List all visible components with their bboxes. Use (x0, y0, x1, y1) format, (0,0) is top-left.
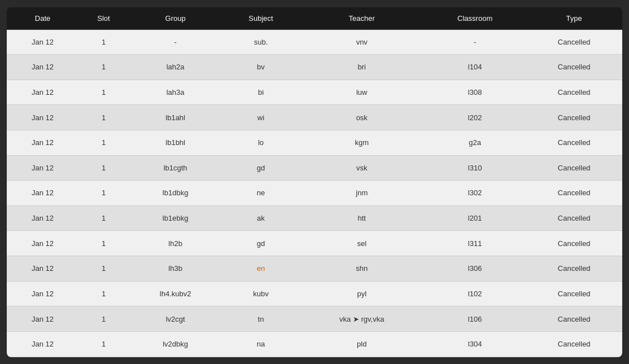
cell-classroom: l310 (424, 155, 526, 181)
cell-subject: ne (222, 181, 299, 206)
cell-teacher: sel (300, 231, 424, 256)
table-row: Jan 121lb1bhllokgmg2aCancelled (7, 130, 622, 155)
cell-group: lb1bhl (129, 130, 222, 155)
cell-type: Cancelled (526, 256, 622, 281)
cell-subject: gd (222, 231, 299, 256)
table-row: Jan 121lv2cgttnvka ➤ rgv,vkal106Cancelle… (7, 306, 622, 332)
cell-subject: lo (222, 130, 299, 155)
cell-slot: 1 (78, 331, 129, 357)
header-date: Date (7, 7, 78, 30)
cell-date: Jan 12 (7, 130, 78, 155)
cell-type: Cancelled (526, 130, 622, 155)
cell-type: Cancelled (526, 231, 622, 256)
cell-type: Cancelled (526, 155, 622, 181)
table-row: Jan 121lah2abvbril104Cancelled (7, 55, 622, 80)
cell-group: lv2dbkg (129, 331, 222, 357)
cell-group: lb1cgth (129, 155, 222, 181)
cell-type: Cancelled (526, 55, 622, 80)
cell-slot: 1 (78, 105, 129, 130)
cell-teacher: bri (300, 55, 424, 80)
cell-type: Cancelled (526, 105, 622, 130)
cell-classroom: - (424, 29, 526, 55)
cell-classroom: l106 (424, 306, 526, 332)
cell-subject: gd (222, 155, 299, 181)
cell-group: lah3a (129, 80, 222, 105)
cell-subject: kubv (222, 281, 299, 306)
cell-type: Cancelled (526, 306, 622, 332)
cell-subject: bi (222, 80, 299, 105)
header-slot: Slot (78, 7, 129, 30)
table-row: Jan 121lh2bgdsell311Cancelled (7, 231, 622, 256)
cell-slot: 1 (78, 181, 129, 206)
table-row: Jan 121lb1ebkgakhttl201Cancelled (7, 205, 622, 231)
cell-slot: 1 (78, 231, 129, 256)
table-row: Jan 121lh4.kubv2kubvpyll102Cancelled (7, 281, 622, 306)
cell-date: Jan 12 (7, 281, 78, 306)
cell-classroom: l306 (424, 256, 526, 281)
cell-type: Cancelled (526, 80, 622, 105)
cell-subject: ak (222, 205, 299, 231)
cell-slot: 1 (78, 281, 129, 306)
header-type: Type (526, 7, 622, 30)
cell-teacher: jnm (300, 181, 424, 206)
cell-classroom: l202 (424, 105, 526, 130)
cell-subject: en (222, 256, 299, 281)
cell-group: lb1ahl (129, 105, 222, 130)
cell-slot: 1 (78, 155, 129, 181)
cell-classroom: l201 (424, 205, 526, 231)
cell-date: Jan 12 (7, 306, 78, 332)
cell-subject: tn (222, 306, 299, 332)
table-header-row: Date Slot Group Subject Teacher Classroo… (7, 7, 622, 30)
header-group: Group (129, 7, 222, 30)
cell-group: - (129, 29, 222, 55)
cell-teacher: luw (300, 80, 424, 105)
cell-classroom: l102 (424, 281, 526, 306)
cell-type: Cancelled (526, 331, 622, 357)
cell-classroom: l302 (424, 181, 526, 206)
cell-date: Jan 12 (7, 80, 78, 105)
table-row: Jan 121lb1ahlwioskl202Cancelled (7, 105, 622, 130)
cell-classroom: l104 (424, 55, 526, 80)
cell-slot: 1 (78, 306, 129, 332)
cell-date: Jan 12 (7, 205, 78, 231)
cell-teacher: kgm (300, 130, 424, 155)
cell-teacher: pyl (300, 281, 424, 306)
table-row: Jan 121-sub.vnv-Cancelled (7, 29, 622, 55)
cell-date: Jan 12 (7, 231, 78, 256)
cell-date: Jan 12 (7, 155, 78, 181)
header-subject: Subject (222, 7, 299, 30)
cell-date: Jan 12 (7, 29, 78, 55)
cell-date: Jan 12 (7, 256, 78, 281)
cell-slot: 1 (78, 130, 129, 155)
cell-teacher: osk (300, 105, 424, 130)
header-classroom: Classroom (424, 7, 526, 30)
cell-date: Jan 12 (7, 331, 78, 357)
cell-date: Jan 12 (7, 55, 78, 80)
cell-type: Cancelled (526, 281, 622, 306)
cell-classroom: l308 (424, 80, 526, 105)
table-row: Jan 121lah3abiluwl308Cancelled (7, 80, 622, 105)
table-row: Jan 121lb1dbkgnejnml302Cancelled (7, 181, 622, 206)
cell-teacher: vka ➤ rgv,vka (300, 306, 424, 332)
cell-type: Cancelled (526, 181, 622, 206)
cell-slot: 1 (78, 256, 129, 281)
table-row: Jan 121lh3benshnl306Cancelled (7, 256, 622, 281)
cell-subject: na (222, 331, 299, 357)
cell-classroom: g2a (424, 130, 526, 155)
cell-subject: wi (222, 105, 299, 130)
cell-teacher: htt (300, 205, 424, 231)
cell-group: lah2a (129, 55, 222, 80)
cell-date: Jan 12 (7, 105, 78, 130)
cell-group: lv2cgt (129, 306, 222, 332)
cell-subject: bv (222, 55, 299, 80)
cell-group: lb1ebkg (129, 205, 222, 231)
cell-teacher: pld (300, 331, 424, 357)
cell-teacher: shn (300, 256, 424, 281)
cell-teacher: vnv (300, 29, 424, 55)
cell-type: Cancelled (526, 29, 622, 55)
cell-classroom: l311 (424, 231, 526, 256)
cell-slot: 1 (78, 80, 129, 105)
table-row: Jan 121lb1cgthgdvskl310Cancelled (7, 155, 622, 181)
cell-group: lb1dbkg (129, 181, 222, 206)
cell-type: Cancelled (526, 205, 622, 231)
